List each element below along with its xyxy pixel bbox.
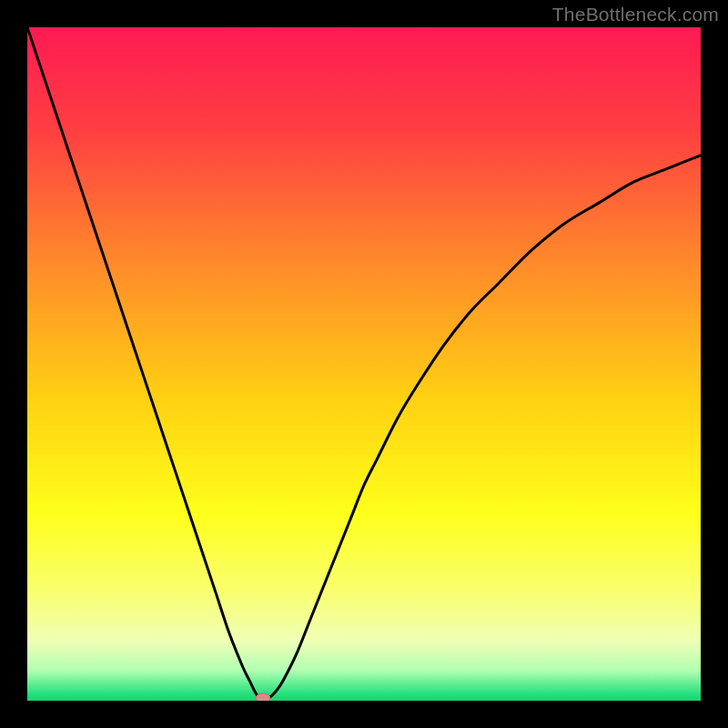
curve-layer	[27, 27, 701, 701]
chart-frame: TheBottleneck.com	[0, 0, 728, 728]
plot-area	[27, 27, 701, 701]
optimum-marker	[256, 693, 270, 701]
watermark-text: TheBottleneck.com	[552, 4, 719, 25]
bottleneck-curve	[27, 27, 701, 701]
